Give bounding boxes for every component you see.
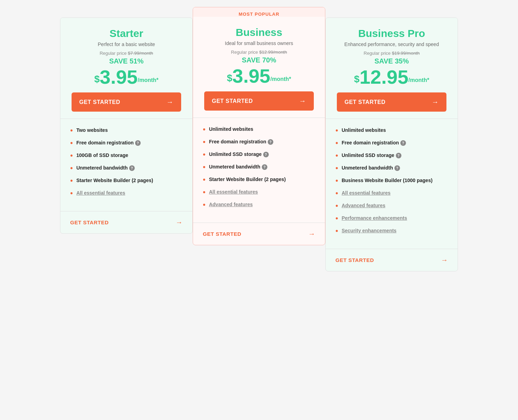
feature-bullet-business-pro-2: • [335,152,338,159]
cta-label-top-starter: GET STARTED [79,99,120,105]
feature-item-starter-4: •Starter Website Builder (2 pages) [70,178,183,185]
plan-name-business-pro: Business Pro [337,28,446,39]
regular-price-starter: Regular price $7.99/month [72,51,181,56]
cta-button-top-business-pro[interactable]: GET STARTED→ [337,92,446,112]
feature-text-starter-4: Starter Website Builder (2 pages) [76,178,153,183]
feature-item-starter-1: •Free domain registration? [70,140,183,147]
feature-text-business-pro-4: Business Website Builder (1000 pages) [342,178,432,183]
cta-label-top-business: GET STARTED [212,98,253,104]
feature-item-business-pro-7: •Performance enhancements [335,215,448,222]
regular-price-business: Regular price $12.99/month [204,50,314,55]
help-icon-business-pro-2[interactable]: ? [396,153,401,158]
feature-item-business-pro-3: •Unmetered bandwidth? [335,165,448,172]
bottom-cta-arrow-business-pro: → [441,256,448,264]
feature-link-business-pro-7[interactable]: Performance enhancements [342,215,407,221]
save-label-starter: SAVE 51% [72,57,181,65]
feature-bullet-starter-4: • [70,177,73,185]
help-icon-starter-1[interactable]: ? [135,140,141,146]
feature-bullet-business-pro-5: • [335,189,338,197]
feature-bullet-business-1: • [203,138,206,146]
feature-bullet-business-pro-1: • [335,139,338,147]
pricing-container: StarterPerfect for a basic websiteRegula… [50,7,468,271]
feature-bullet-starter-2: • [70,152,73,159]
price-amount-starter: 3.95 [100,67,138,87]
feature-item-starter-0: •Two websites [70,127,183,134]
feature-item-starter-5: •All essential features [70,190,183,197]
feature-bullet-business-pro-3: • [335,164,338,172]
feature-item-starter-3: •Unmetered bandwidth? [70,165,183,172]
feature-text-business-pro-1: Free domain registration? [342,140,406,146]
feature-text-starter-1: Free domain registration? [76,140,141,146]
cta-button-top-business[interactable]: GET STARTED→ [204,91,314,111]
feature-item-business-5: •All essential features [203,189,315,196]
feature-text-business-pro-2: Unlimited SSD storage? [342,152,401,158]
feature-bullet-business-4: • [203,176,206,183]
feature-text-business-2: Unlimited SSD storage? [209,151,269,157]
feature-item-business-pro-6: •Advanced features [335,203,448,210]
price-dollar-business: $ [227,73,232,83]
feature-text-starter-3: Unmetered bandwidth? [76,165,135,171]
feature-text-business-4: Starter Website Builder (2 pages) [209,177,286,182]
price-row-business: $3.95/month* [204,66,314,86]
plan-card-business-pro: Business ProEnhanced performance, securi… [325,17,458,271]
help-icon-business-3[interactable]: ? [262,164,267,170]
help-icon-business-pro-3[interactable]: ? [394,165,400,171]
feature-text-business-pro-0: Unlimited websites [342,127,386,133]
feature-bullet-business-pro-6: • [335,202,338,210]
feature-bullet-starter-1: • [70,139,73,147]
feature-link-starter-5[interactable]: All essential features [76,190,125,196]
save-label-business: SAVE 70% [204,56,314,64]
price-suffix-business-pro: /month* [408,77,429,83]
feature-item-business-1: •Free domain registration? [203,139,315,146]
bottom-cta-text-business: GET STARTED [203,231,241,237]
feature-link-business-pro-8[interactable]: Security enhancements [342,228,397,233]
feature-item-business-0: •Unlimited websites [203,126,315,133]
feature-item-starter-2: •100GB of SSD storage [70,152,183,159]
feature-bullet-business-6: • [203,201,206,209]
price-row-business-pro: $12.95/month* [337,67,446,87]
cta-button-top-starter[interactable]: GET STARTED→ [72,92,181,112]
feature-bullet-business-pro-7: • [335,215,338,222]
feature-item-business-pro-1: •Free domain registration? [335,140,448,147]
bottom-cta-business[interactable]: GET STARTED→ [193,223,325,245]
feature-bullet-business-0: • [203,126,206,133]
features-section-starter: •Two websites•Free domain registration?•… [60,119,192,211]
feature-item-business-pro-5: •All essential features [335,190,448,197]
feature-bullet-business-5: • [203,188,206,196]
most-popular-banner: MOST POPULAR [193,7,325,17]
price-dollar-business-pro: $ [354,74,360,84]
feature-text-business-3: Unmetered bandwidth? [209,164,267,170]
feature-bullet-business-pro-4: • [335,177,338,185]
feature-item-business-3: •Unmetered bandwidth? [203,164,315,171]
feature-link-business-pro-6[interactable]: Advanced features [342,203,385,208]
feature-item-business-4: •Starter Website Builder (2 pages) [203,177,315,183]
feature-link-business-5[interactable]: All essential features [209,189,258,195]
plan-card-starter: StarterPerfect for a basic websiteRegula… [60,17,193,234]
help-icon-starter-3[interactable]: ? [129,165,135,171]
price-row-starter: $3.95/month* [72,67,181,87]
help-icon-business-1[interactable]: ? [268,139,273,145]
feature-link-business-6[interactable]: Advanced features [209,202,253,207]
feature-item-business-pro-8: •Security enhancements [335,228,448,235]
feature-text-business-1: Free domain registration? [209,139,273,145]
price-amount-business: 3.95 [232,66,271,86]
bottom-cta-starter[interactable]: GET STARTED→ [60,211,192,233]
features-section-business: •Unlimited websites•Free domain registra… [193,118,325,223]
bottom-cta-business-pro[interactable]: GET STARTED→ [326,249,458,271]
help-icon-business-pro-1[interactable]: ? [400,140,406,146]
feature-item-business-pro-2: •Unlimited SSD storage? [335,152,448,159]
help-icon-business-2[interactable]: ? [263,152,269,157]
feature-item-business-6: •Advanced features [203,202,315,209]
price-amount-business-pro: 12.95 [360,67,408,87]
feature-link-business-pro-5[interactable]: All essential features [342,190,391,196]
cta-arrow-top-business-pro: → [432,98,439,106]
bottom-cta-arrow-starter: → [176,218,183,226]
plan-header-business: BusinessIdeal for small business ownersR… [193,17,325,118]
feature-item-business-pro-4: •Business Website Builder (1000 pages) [335,178,448,185]
feature-bullet-business-pro-0: • [335,127,338,134]
feature-bullet-business-2: • [203,151,206,158]
features-section-business-pro: •Unlimited websites•Free domain registra… [326,119,458,249]
feature-item-business-2: •Unlimited SSD storage? [203,151,315,158]
cta-arrow-top-starter: → [166,98,174,106]
feature-bullet-business-3: • [203,163,206,171]
